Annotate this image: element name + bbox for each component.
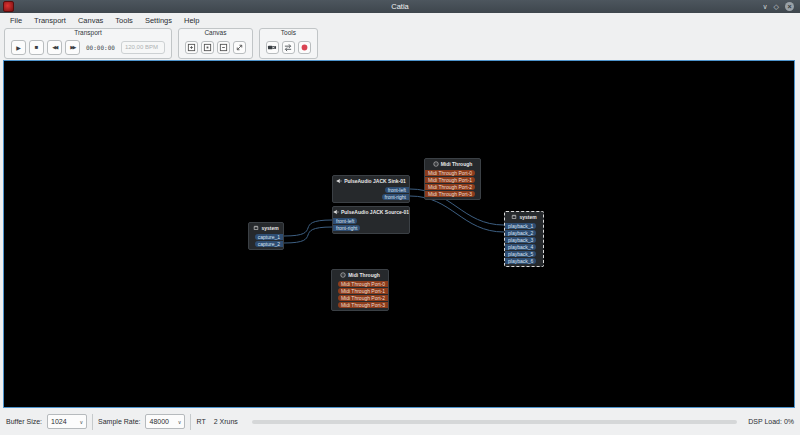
port-playback-2[interactable]: playback_2: [505, 230, 536, 236]
zoom-out-button[interactable]: [217, 41, 230, 54]
menu-item-file[interactable]: File: [4, 16, 28, 25]
dsp-load-label: DSP Load: 0%: [748, 418, 794, 425]
port-playback-1[interactable]: playback_1: [505, 223, 536, 229]
chevron-down-icon: ∨: [178, 419, 182, 425]
port-midi-through-port-1[interactable]: Midi Through Port-1: [338, 288, 388, 294]
node-title: system: [249, 223, 283, 233]
audio-icon: [333, 209, 339, 215]
port-midi-through-port-3[interactable]: Midi Through Port-3: [338, 302, 388, 308]
canvas-node-system-playback[interactable]: systemplayback_1playback_2playback_3play…: [504, 211, 544, 267]
zoom-in-button[interactable]: [201, 41, 214, 54]
zoom-fit-button[interactable]: [185, 41, 198, 54]
port-playback-3[interactable]: playback_3: [505, 237, 536, 243]
rt-label: RT: [196, 418, 205, 425]
menu-item-settings[interactable]: Settings: [139, 16, 178, 25]
midi-icon: [433, 161, 439, 167]
port-playback-6[interactable]: playback_6: [505, 258, 536, 264]
backward-button[interactable]: ◀◀: [47, 40, 62, 55]
canvas-node-pa-source[interactable]: PulseAudio JACK Source-01front-leftfront…: [332, 206, 410, 234]
patchbay-canvas[interactable]: PulseAudio JACK Sink-01front-leftfront-r…: [3, 60, 795, 408]
record-icon: [300, 43, 309, 52]
zoom-out-icon: [219, 43, 228, 52]
menu-item-transport[interactable]: Transport: [28, 16, 72, 25]
audio-icon: [336, 178, 342, 184]
midi-icon: [340, 272, 346, 278]
jack-plug-icon: [267, 43, 277, 52]
tools-group-title: Tools: [260, 29, 317, 36]
canvas-node-pa-sink[interactable]: PulseAudio JACK Sink-01front-leftfront-r…: [332, 175, 410, 203]
transport-group: Transport ▶ ■ ◀◀ ▶▶ 00:00:00: [4, 28, 172, 59]
maximize-icon[interactable]: ◇: [774, 2, 779, 11]
port-midi-through-port-1[interactable]: Midi Through Port-1: [425, 177, 475, 183]
play-button[interactable]: ▶: [11, 40, 26, 55]
port-capture-1[interactable]: capture_1: [255, 234, 283, 240]
sample-rate-label: Sample Rate:: [98, 418, 140, 425]
menu-item-tools[interactable]: Tools: [109, 16, 139, 25]
minimize-icon[interactable]: ∨: [762, 2, 767, 11]
zoom-in-icon: [203, 43, 212, 52]
menu-item-canvas[interactable]: Canvas: [72, 16, 109, 25]
port-playback-4[interactable]: playback_4: [505, 244, 536, 250]
port-midi-through-port-0[interactable]: Midi Through Port-0: [338, 281, 388, 287]
connections-button[interactable]: [282, 41, 295, 54]
hardware-icon: [253, 225, 259, 231]
canvas-node-system-capture[interactable]: systemcapture_1capture_2: [248, 222, 284, 250]
play-icon: ▶: [16, 44, 21, 51]
node-title: PulseAudio JACK Sink-01: [333, 176, 409, 186]
sample-rate-select[interactable]: 48000 ∨: [145, 414, 185, 429]
buffer-size-value: 1024: [51, 418, 67, 425]
hardware-icon: [511, 214, 517, 220]
tools-group: Tools: [259, 28, 318, 59]
buffer-size-select[interactable]: 1024 ∨: [47, 414, 87, 429]
menubar: FileTransportCanvasToolsSettingsHelp: [0, 13, 800, 27]
forward-button[interactable]: ▶▶: [65, 40, 80, 55]
port-front-right[interactable]: front-right: [382, 194, 409, 200]
backward-icon: ◀◀: [52, 44, 57, 50]
stop-icon: ■: [35, 44, 39, 50]
close-icon[interactable]: ×: [785, 2, 794, 11]
port-midi-through-port-2[interactable]: Midi Through Port-2: [425, 184, 475, 190]
transfer-arrows-icon: [283, 43, 293, 52]
zoom-100-icon: [235, 43, 244, 52]
buffer-size-label: Buffer Size:: [6, 418, 42, 425]
canvas-node-midi-through-in[interactable]: Midi ThroughMidi Through Port-0Midi Thro…: [424, 158, 481, 200]
node-title: PulseAudio JACK Source-01: [333, 207, 409, 217]
canvas-group: Canvas: [178, 28, 253, 59]
bpm-field[interactable]: [121, 41, 165, 54]
statusbar: Buffer Size: 1024 ∨ Sample Rate: 48000 ∨…: [0, 408, 800, 435]
port-midi-through-port-0[interactable]: Midi Through Port-0: [425, 170, 475, 176]
record-button[interactable]: [298, 41, 311, 54]
menu-item-help[interactable]: Help: [178, 16, 205, 25]
port-front-left[interactable]: front-left: [385, 187, 409, 193]
separator: [92, 414, 93, 430]
port-midi-through-port-3[interactable]: Midi Through Port-3: [425, 191, 475, 197]
node-title: Midi Through: [425, 159, 480, 169]
cable-layer: [4, 61, 794, 407]
stop-button[interactable]: ■: [29, 40, 44, 55]
canvas-group-title: Canvas: [179, 29, 252, 36]
forward-icon: ▶▶: [70, 44, 75, 50]
node-title: Midi Through: [332, 270, 388, 280]
port-front-right[interactable]: front-right: [333, 225, 360, 231]
canvas-node-midi-through-out[interactable]: Midi ThroughMidi Through Port-0Midi Thro…: [331, 269, 389, 311]
titlebar: Catia ∨ ◇ ×: [0, 0, 800, 13]
port-front-left[interactable]: front-left: [333, 218, 357, 224]
chevron-down-icon: ∨: [79, 419, 83, 425]
connection-cable[interactable]: [410, 196, 504, 232]
zoom-100-button[interactable]: [233, 41, 246, 54]
transport-group-title: Transport: [5, 29, 171, 36]
sample-rate-value: 48000: [149, 418, 168, 425]
connection-cable[interactable]: [284, 227, 332, 243]
port-midi-through-port-2[interactable]: Midi Through Port-2: [338, 295, 388, 301]
window-title: Catia: [0, 2, 800, 11]
zoom-fit-icon: [187, 43, 196, 52]
toolbar: Transport ▶ ■ ◀◀ ▶▶ 00:00:00 Canvas Tool…: [0, 27, 800, 60]
separator: [190, 414, 191, 430]
jack-server-button[interactable]: [266, 41, 279, 54]
dsp-load-bar: [252, 420, 737, 424]
xruns-button[interactable]: 2 Xruns: [211, 418, 241, 425]
port-playback-5[interactable]: playback_5: [505, 251, 536, 257]
node-title: system: [505, 212, 543, 222]
connection-cable[interactable]: [284, 220, 332, 236]
port-capture-2[interactable]: capture_2: [255, 241, 283, 247]
